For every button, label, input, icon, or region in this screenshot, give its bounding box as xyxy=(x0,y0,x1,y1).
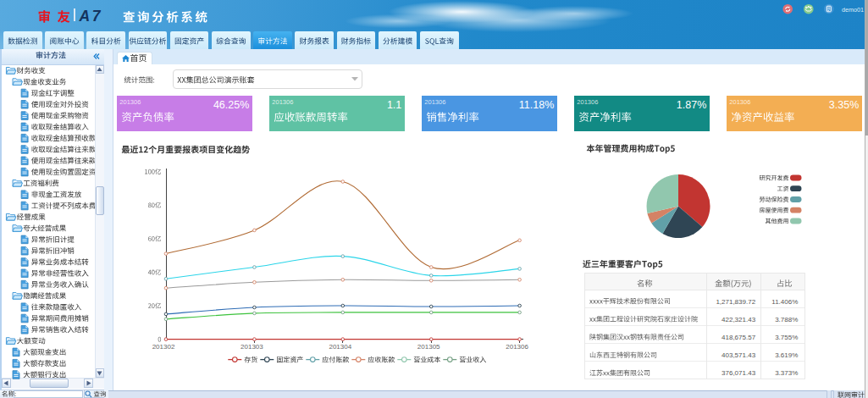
svg-text:201306: 201306 xyxy=(119,98,141,106)
svg-text:418,675.57: 418,675.57 xyxy=(721,334,756,341)
svg-text:403,571.43: 403,571.43 xyxy=(721,351,756,359)
svg-text:201306: 201306 xyxy=(424,98,445,106)
svg-text:11.406%: 11.406% xyxy=(771,298,798,306)
svg-text:201306: 201306 xyxy=(272,98,293,106)
svg-text:1.87%: 1.87% xyxy=(677,99,706,111)
svg-text:201302: 201302 xyxy=(152,343,175,351)
svg-text:201305: 201305 xyxy=(417,343,440,351)
svg-text:46.25%: 46.25% xyxy=(213,99,249,111)
svg-text:1,271,839.72: 1,271,839.72 xyxy=(716,298,755,306)
svg-text:3.788%: 3.788% xyxy=(775,316,798,323)
svg-text:201303: 201303 xyxy=(240,343,263,351)
svg-text:201304: 201304 xyxy=(329,343,351,351)
svg-text:3.373%: 3.373% xyxy=(775,369,798,377)
svg-text:201306: 201306 xyxy=(577,98,598,106)
svg-text:201306: 201306 xyxy=(506,343,528,351)
svg-text:422,321.43: 422,321.43 xyxy=(721,316,756,323)
svg-text:demo01: demo01 xyxy=(842,6,864,14)
svg-text:201306: 201306 xyxy=(729,98,750,106)
svg-text:3.755%: 3.755% xyxy=(775,334,798,341)
svg-text:1.1: 1.1 xyxy=(387,99,401,111)
svg-text:3.619%: 3.619% xyxy=(775,351,798,359)
svg-text:376,071.43: 376,071.43 xyxy=(721,369,756,377)
svg-text:A7: A7 xyxy=(79,8,102,25)
svg-text:11.18%: 11.18% xyxy=(519,99,554,111)
svg-text:3.35%: 3.35% xyxy=(829,99,859,111)
